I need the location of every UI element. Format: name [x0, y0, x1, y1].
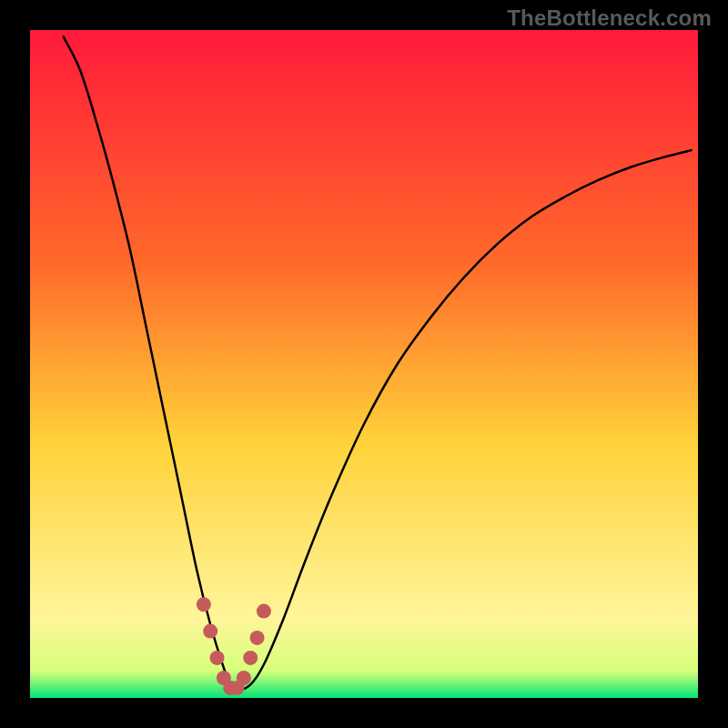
- plot-area: [30, 30, 698, 698]
- trough-marker: [237, 671, 251, 685]
- trough-marker: [257, 604, 271, 619]
- trough-marker: [243, 651, 258, 665]
- trough-marker: [197, 597, 211, 612]
- watermark-label: TheBottleneck.com: [507, 5, 712, 31]
- trough-marker: [250, 631, 265, 645]
- trough-marker: [203, 624, 217, 639]
- bottleneck-chart: [0, 0, 728, 728]
- trough-marker: [210, 651, 225, 665]
